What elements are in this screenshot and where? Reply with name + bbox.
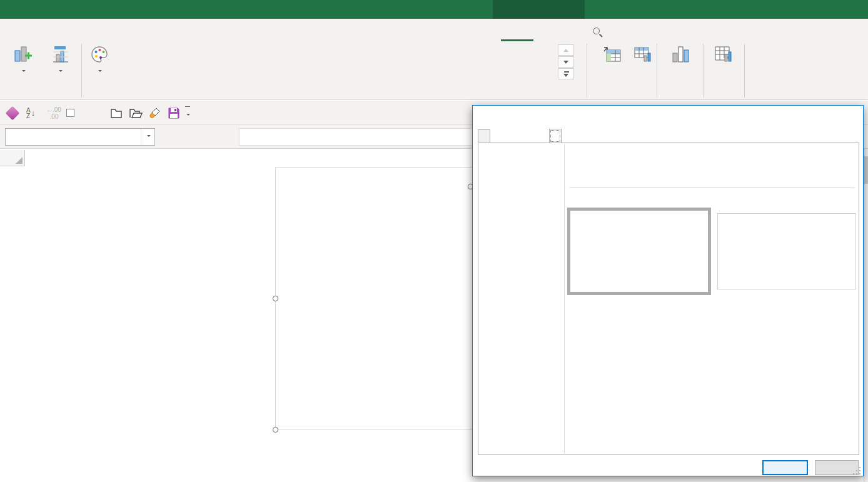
quick-layout-icon — [51, 45, 69, 64]
dialog-panel — [478, 143, 859, 455]
switch-row-column-button[interactable] — [590, 44, 634, 66]
decimal-button[interactable]: ←.00 .00 — [46, 101, 61, 125]
folder-icon — [110, 108, 123, 119]
change-chart-type-dialog — [472, 105, 864, 476]
decimal-icon: ←.00 .00 — [46, 106, 61, 120]
save-button[interactable] — [168, 101, 180, 125]
vertical-scrollbar[interactable] — [864, 149, 868, 482]
select-data-button[interactable] — [632, 44, 654, 66]
open-file-button[interactable] — [129, 101, 143, 125]
change-colors-button[interactable] — [84, 44, 115, 75]
gridlines-checkbox[interactable] — [66, 109, 74, 117]
brush-icon — [149, 107, 161, 119]
down-arrow-icon: ↓ — [31, 110, 36, 116]
preview-clustered-by-month[interactable] — [567, 208, 711, 295]
change-chart-type-button[interactable] — [660, 44, 700, 66]
add-chart-element-button[interactable] — [4, 44, 43, 75]
name-box[interactable] — [5, 128, 155, 146]
gallery-scroll-down-button[interactable] — [558, 56, 574, 68]
window-title — [0, 0, 538, 19]
tab-all-charts[interactable] — [549, 129, 562, 143]
chart-styles-gallery — [116, 44, 557, 81]
switch-row-column-icon — [602, 45, 623, 64]
group-separator — [703, 44, 704, 98]
chart-tools-context-header — [493, 0, 585, 19]
chevron-down-icon — [147, 135, 151, 139]
diamond-icon — [6, 106, 20, 120]
scrollbar-thumb[interactable] — [864, 156, 868, 184]
gallery-more-button[interactable] — [558, 68, 574, 79]
gridlines-toggle[interactable] — [66, 101, 79, 125]
sort-az-icon: AZ — [26, 108, 31, 119]
ok-button[interactable] — [762, 460, 808, 475]
triangle-down-icon — [563, 74, 568, 79]
quick-layout-button[interactable] — [44, 44, 76, 75]
chevron-down-icon — [22, 70, 26, 74]
change-chart-type-icon — [670, 45, 690, 64]
toolbar-more-button[interactable] — [185, 101, 190, 125]
group-separator — [657, 44, 657, 98]
select-data-icon — [633, 45, 653, 64]
select-all-corner[interactable] — [0, 150, 25, 166]
move-chart-button[interactable] — [707, 44, 739, 66]
ribbon-tab-row — [0, 19, 868, 43]
more-icon — [185, 106, 190, 119]
chevron-down-icon — [98, 70, 102, 74]
name-box-dropdown[interactable] — [141, 129, 154, 145]
format-painter-button[interactable] — [149, 101, 161, 125]
chevron-down-icon — [59, 70, 63, 74]
move-chart-icon — [713, 45, 733, 64]
formula-buttons — [161, 128, 195, 146]
active-tab-underline — [501, 39, 533, 41]
cancel-button[interactable] — [815, 460, 859, 475]
resize-grip[interactable] — [853, 467, 860, 474]
preview-clustered-by-series[interactable] — [717, 213, 856, 289]
group-separator — [744, 44, 745, 98]
search-box[interactable] — [593, 19, 605, 43]
change-colors-icon — [90, 45, 109, 64]
gallery-scroll-up-button[interactable] — [558, 44, 574, 56]
chart-handle-bottom-left[interactable] — [273, 427, 278, 433]
panel-divider — [564, 144, 565, 455]
sort-az-button[interactable]: AZ↓ — [26, 101, 35, 125]
chart-handle-mid-left[interactable] — [273, 296, 278, 301]
open-folder-icon — [129, 108, 143, 119]
add-chart-element-icon — [13, 45, 33, 64]
triangle-up-icon — [563, 46, 568, 52]
save-icon — [168, 107, 180, 119]
group-separator — [587, 44, 587, 98]
search-icon — [593, 28, 600, 34]
more-bar-icon — [564, 71, 569, 73]
tab-recommended-charts[interactable] — [478, 129, 490, 143]
erase-formats-button[interactable] — [8, 101, 18, 125]
group-separator — [81, 44, 82, 98]
title-bar — [0, 0, 868, 19]
subtype-separator — [570, 187, 855, 188]
ribbon — [0, 43, 868, 100]
triangle-down-icon — [563, 61, 568, 66]
new-file-button[interactable] — [110, 101, 123, 125]
